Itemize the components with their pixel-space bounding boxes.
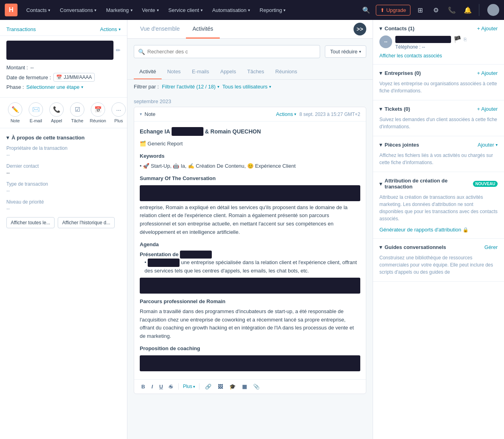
tickets-section-header: ▾ Tickets (0) + Ajouter: [379, 106, 498, 112]
tab-activites[interactable]: Activités: [186, 20, 219, 39]
notifications-icon[interactable]: 🔔: [461, 4, 474, 16]
note-button[interactable]: ✏️ Note: [6, 102, 24, 123]
nav-marketing[interactable]: Marketing ▾: [102, 5, 136, 16]
contacts-section: ▾ Contacts (1) + Ajouter -- 🏴 ⎘ Téléphon…: [373, 20, 504, 65]
tout-reduire-button[interactable]: Tout réduire ▾: [325, 45, 366, 58]
call-button[interactable]: 📞 Appel: [48, 102, 65, 123]
add-contact-link[interactable]: + Ajouter: [477, 25, 498, 31]
edit-icon[interactable]: ✏: [116, 47, 121, 53]
sidebar-actions-button[interactable]: Actions ▾: [100, 26, 121, 32]
deal-name-input[interactable]: [6, 41, 113, 60]
companies-title[interactable]: ▾ Entreprises (0): [379, 70, 421, 76]
search-input[interactable]: [147, 45, 316, 58]
attribution-report-link[interactable]: Générateur de rapports d'attribution: [379, 227, 461, 233]
settings-icon[interactable]: ⚙: [430, 4, 442, 16]
link-button[interactable]: 🔗: [203, 383, 213, 390]
guides-title[interactable]: ▾ Guides conversationnels: [379, 244, 446, 250]
note-card-header: ▾ Note Actions ▾ 8 sept. 2023 à 15:27 GM…: [134, 107, 366, 122]
deal-meta: Montant : -- Date de fermeture : 📅 JJ/MM…: [0, 65, 127, 97]
hubspot-logo: H: [5, 4, 18, 16]
upgrade-button[interactable]: ⬆ Upgrade: [376, 5, 410, 16]
subtab-taches[interactable]: Tâches: [242, 65, 270, 79]
add-company-link[interactable]: + Ajouter: [477, 70, 498, 76]
bold-button[interactable]: B: [140, 383, 147, 390]
center-content: Vue d'ensemble Activités >> 🔍 Tout rédui…: [127, 20, 373, 439]
upgrade-icon: ⬆: [380, 7, 385, 13]
subtab-notes[interactable]: Notes: [162, 65, 186, 79]
nav-conversations[interactable]: Conversations ▾: [56, 5, 100, 16]
apps-icon[interactable]: ⊞: [414, 4, 426, 16]
task-button[interactable]: ☑ Tâche: [68, 102, 86, 123]
nav-service-client[interactable]: Service client ▾: [164, 5, 207, 16]
email-button[interactable]: ✉️ E-mail: [27, 102, 45, 123]
flag-icon: 🏴: [453, 35, 461, 43]
filter-activity-link[interactable]: Filtrer l'activité (12 / 18) ▾: [162, 84, 219, 90]
contact-avatar: --: [379, 35, 392, 48]
tab-vue-ensemble[interactable]: Vue d'ensemble: [134, 20, 186, 39]
chevron-down-icon: ▾: [217, 84, 219, 89]
attachment-button[interactable]: 📎: [252, 383, 261, 390]
nav-automatisation[interactable]: Automatisation ▾: [208, 5, 254, 16]
companies-section: ▾ Entreprises (0) + Ajouter Voyez les en…: [373, 65, 504, 100]
chevron-down-icon: ▾: [359, 49, 361, 54]
date-picker[interactable]: 📅 JJ/MM/AAAA: [53, 73, 95, 82]
attribution-title[interactable]: ▾ Attribution de création de transaction…: [379, 178, 498, 190]
subtab-appels[interactable]: Appels: [215, 65, 242, 79]
nav-reporting[interactable]: Reporting ▾: [256, 5, 289, 16]
show-history-button[interactable]: Afficher l'historique d...: [58, 217, 115, 228]
quick-actions: ✏️ Note ✉️ E-mail 📞 Appel ☑ Tâche 📅 Réun…: [0, 97, 127, 128]
nav-divider: [479, 4, 479, 16]
toolbar-separator-2: [199, 383, 199, 390]
strikethrough-button[interactable]: S̶: [168, 383, 174, 390]
filter-users-link[interactable]: Tous les utilisateurs ▾: [223, 84, 271, 90]
view-contacts-link[interactable]: Afficher les contacts associés: [379, 53, 498, 59]
add-attachment-button[interactable]: Ajouter ▾: [478, 142, 498, 148]
note-actions-button[interactable]: Actions ▾: [276, 111, 296, 117]
chevron-down-icon: ▾: [201, 8, 203, 12]
chevron-down-icon: ▾: [379, 142, 382, 148]
subtab-activite[interactable]: Activité: [134, 65, 162, 79]
redacted-proposition-block: [140, 355, 360, 371]
keywords-content: • 🚀 Start-Up, 🤖 Ia, ✍️ Création De Conte…: [140, 162, 360, 171]
expand-button[interactable]: >>: [354, 23, 366, 35]
nav-vente[interactable]: Vente ▾: [138, 5, 163, 16]
field-priorite: Niveau de priorité --: [6, 199, 121, 212]
note-actions: Actions ▾ 8 sept. 2023 à 15:27 GMT+2: [276, 111, 360, 117]
nav-contacts[interactable]: Contacts ▾: [22, 5, 54, 16]
breadcrumb[interactable]: Transactions: [6, 26, 36, 32]
guides-section-header: ▾ Guides conversationnels Gérer: [379, 244, 498, 250]
parcours-text: Romain a travaillé dans des programmes d…: [140, 308, 360, 341]
table-button[interactable]: ▦: [240, 383, 248, 390]
chevron-down-icon: ▾: [6, 135, 9, 141]
image-button[interactable]: 🖼: [216, 383, 225, 390]
subtab-emails[interactable]: E-mails: [186, 65, 215, 79]
about-header[interactable]: ▾ À propos de cette transaction: [6, 135, 121, 141]
phase-select[interactable]: Sélectionner une étape ▾: [26, 84, 83, 90]
phone-icon[interactable]: 📞: [445, 4, 458, 16]
meeting-button[interactable]: 📅 Réunion: [89, 102, 107, 123]
copy-icon[interactable]: ⎘: [464, 37, 467, 42]
subtab-reunions[interactable]: Réunions: [270, 65, 303, 79]
contact-name-row: 🏴 ⎘: [395, 35, 498, 43]
tickets-title[interactable]: ▾ Tickets (0): [379, 106, 410, 112]
show-all-button[interactable]: Afficher toutes le...: [6, 217, 55, 228]
embed-button[interactable]: 🎓: [228, 383, 237, 390]
manage-guides-link[interactable]: Gérer: [484, 244, 498, 250]
agenda-sub: Présentation de: [140, 251, 360, 259]
more-formatting-button[interactable]: Plus ▾: [183, 384, 195, 389]
underline-button[interactable]: U: [158, 383, 164, 390]
more-button[interactable]: ··· Plus: [110, 102, 127, 123]
contacts-title[interactable]: ▾ Contacts (1): [379, 25, 414, 31]
add-ticket-link[interactable]: + Ajouter: [477, 106, 498, 112]
calendar-icon: 📅: [56, 74, 62, 80]
italic-button[interactable]: I: [150, 383, 154, 390]
left-sidebar: Transactions Actions ▾ ✏ Montant : -- Da…: [0, 20, 127, 439]
chevron-down-icon: ▾: [379, 181, 382, 187]
attachments-title[interactable]: ▾ Pièces jointes: [379, 142, 419, 148]
avatar[interactable]: [487, 4, 499, 16]
agenda-title: Agenda: [140, 241, 360, 249]
chevron-down-icon: ▾: [193, 384, 195, 389]
search-icon[interactable]: 🔍: [360, 4, 373, 16]
phone-icon: 📞: [49, 102, 64, 117]
attribution-section: ▾ Attribution de création de transaction…: [373, 172, 504, 239]
